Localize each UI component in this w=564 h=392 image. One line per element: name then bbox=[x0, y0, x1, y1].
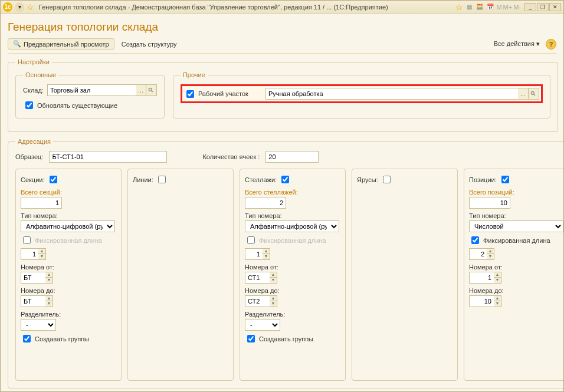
sections-type-label: Тип номера: bbox=[21, 212, 116, 219]
sections-type-select[interactable]: Алфавитно-цифровой (рус.) bbox=[21, 220, 115, 232]
sections-sep-select[interactable]: - bbox=[21, 319, 56, 331]
spin-up-icon[interactable]: ▲ bbox=[45, 272, 53, 278]
help-icon[interactable]: ? bbox=[546, 39, 556, 50]
spin-down-icon[interactable]: ▼ bbox=[263, 254, 270, 259]
m-button[interactable]: M bbox=[496, 4, 501, 11]
page-title: Генерация топологии склада bbox=[8, 21, 556, 34]
sklad-search-button[interactable] bbox=[146, 84, 157, 96]
racks-to-spinner[interactable]: ▲▼ bbox=[245, 295, 277, 307]
svg-line-3 bbox=[534, 94, 536, 96]
sections-to-spinner[interactable]: ▲▼ bbox=[21, 295, 53, 307]
racks-to-value[interactable] bbox=[245, 295, 270, 307]
update-existing-input[interactable] bbox=[25, 101, 33, 109]
close-button[interactable]: ✕ bbox=[549, 3, 561, 11]
sections-fixed-input[interactable] bbox=[23, 236, 31, 244]
spin-down-icon[interactable]: ▼ bbox=[494, 278, 501, 283]
nav-dropdown-icon[interactable]: ▾ bbox=[15, 2, 24, 12]
sections-from-spinner[interactable]: ▲▼ bbox=[21, 272, 53, 284]
positions-fixed-input[interactable] bbox=[471, 236, 479, 244]
racks-from-spinner[interactable]: ▲▼ bbox=[245, 272, 277, 284]
spin-up-icon[interactable]: ▲ bbox=[263, 249, 270, 254]
lines-title: Линии: bbox=[133, 176, 153, 183]
positions-total-label: Всего позиций: bbox=[469, 189, 563, 196]
positions-checkbox[interactable] bbox=[501, 176, 509, 183]
all-actions-button[interactable]: Все действия ▾ bbox=[490, 39, 543, 49]
app-window: 1c ▾ ☆ Генерация топологии склада - Демо… bbox=[0, 0, 564, 392]
racks-fixed-spinner[interactable]: ▲▼ bbox=[245, 248, 270, 260]
work-area-search-button[interactable] bbox=[529, 88, 539, 100]
m-plus-button[interactable]: M+ bbox=[503, 4, 513, 11]
positions-from-value[interactable] bbox=[469, 272, 494, 284]
create-structure-button[interactable]: Создать структуру bbox=[118, 39, 181, 49]
work-area-checkbox[interactable] bbox=[186, 90, 194, 98]
positions-to-value[interactable] bbox=[469, 295, 494, 307]
sections-groups-checkbox[interactable]: Создавать группы bbox=[21, 333, 89, 344]
positions-fixed-spinner[interactable]: ▲▼ bbox=[469, 248, 494, 260]
positions-fixed-checkbox[interactable]: Фиксированная длина bbox=[469, 235, 550, 246]
racks-checkbox[interactable] bbox=[281, 176, 289, 183]
spin-down-icon[interactable]: ▼ bbox=[38, 254, 45, 259]
sklad-select-button[interactable]: … bbox=[136, 84, 146, 96]
racks-fixed-value[interactable] bbox=[245, 248, 263, 260]
sample-input[interactable] bbox=[49, 151, 167, 163]
update-existing-checkbox[interactable]: Обновлять существующие bbox=[23, 100, 117, 111]
positions-from-spinner[interactable]: ▲▼ bbox=[469, 272, 501, 284]
racks-type-select[interactable]: Алфавитно-цифровой (рус.) bbox=[245, 220, 339, 232]
spin-up-icon[interactable]: ▲ bbox=[45, 296, 53, 301]
lines-checkbox[interactable] bbox=[158, 176, 166, 183]
spin-down-icon[interactable]: ▼ bbox=[494, 301, 501, 307]
titlebar: 1c ▾ ☆ Генерация топологии склада - Демо… bbox=[1, 1, 563, 14]
spin-down-icon[interactable]: ▼ bbox=[487, 254, 494, 259]
sections-checkbox[interactable] bbox=[50, 176, 57, 183]
preview-button[interactable]: 🔍 Предварительный просмотр bbox=[8, 38, 114, 50]
spin-up-icon[interactable]: ▲ bbox=[487, 249, 494, 254]
sklad-label: Склад: bbox=[23, 87, 44, 94]
sections-fixed-spinner[interactable]: ▲▼ bbox=[21, 248, 46, 260]
spin-down-icon[interactable]: ▼ bbox=[45, 278, 53, 283]
work-area-input[interactable] bbox=[265, 88, 518, 100]
spin-up-icon[interactable]: ▲ bbox=[38, 249, 45, 254]
calendar-icon[interactable]: 📅 bbox=[486, 2, 495, 12]
spin-up-icon[interactable]: ▲ bbox=[494, 272, 501, 278]
work-area-select-button[interactable]: … bbox=[518, 88, 529, 100]
favorite-icon[interactable]: ☆ bbox=[27, 2, 34, 12]
spin-up-icon[interactable]: ▲ bbox=[270, 296, 277, 301]
sections-fixed-checkbox[interactable]: Фиксированная длина bbox=[21, 235, 102, 246]
sections-to-value[interactable] bbox=[21, 295, 45, 307]
sections-total-input[interactable] bbox=[21, 197, 62, 209]
star-icon[interactable]: ☆ bbox=[455, 2, 463, 12]
racks-groups-input[interactable] bbox=[247, 335, 255, 342]
racks-fixed-input[interactable] bbox=[247, 236, 255, 244]
restore-button[interactable]: ❐ bbox=[537, 3, 549, 11]
sections-groups-input[interactable] bbox=[23, 335, 31, 342]
racks-groups-checkbox[interactable]: Создавать группы bbox=[245, 333, 313, 344]
sklad-input-group: … bbox=[47, 84, 157, 96]
racks-sep-label: Разделитель: bbox=[245, 311, 340, 318]
racks-total-input[interactable] bbox=[245, 197, 286, 209]
sections-groups-label: Создавать группы bbox=[35, 335, 89, 342]
cells-input[interactable] bbox=[265, 151, 319, 163]
calc-icon[interactable]: 🧮 bbox=[475, 2, 484, 12]
positions-from-label: Номера от: bbox=[469, 263, 563, 271]
spin-up-icon[interactable]: ▲ bbox=[494, 296, 501, 301]
spin-down-icon[interactable]: ▼ bbox=[270, 301, 277, 307]
grid-icon[interactable]: ▦ bbox=[464, 2, 474, 12]
racks-sep-select[interactable]: - bbox=[245, 319, 280, 331]
sections-from-value[interactable] bbox=[21, 272, 45, 284]
tiers-checkbox[interactable] bbox=[383, 176, 391, 183]
positions-fixed-value[interactable] bbox=[469, 248, 487, 260]
spin-down-icon[interactable]: ▼ bbox=[45, 301, 53, 307]
positions-type-select[interactable]: Числовой bbox=[469, 220, 563, 232]
sklad-input[interactable] bbox=[47, 84, 136, 96]
positions-total-input[interactable] bbox=[469, 197, 510, 209]
minimize-button[interactable]: _ bbox=[524, 3, 536, 11]
racks-from-value[interactable] bbox=[245, 272, 270, 284]
other-legend: Прочие bbox=[181, 71, 208, 78]
sections-fixed-value[interactable] bbox=[21, 248, 38, 260]
spin-up-icon[interactable]: ▲ bbox=[270, 272, 277, 278]
spin-down-icon[interactable]: ▼ bbox=[270, 278, 277, 283]
positions-to-spinner[interactable]: ▲▼ bbox=[469, 295, 501, 307]
racks-fixed-checkbox[interactable]: Фиксированная длина bbox=[245, 235, 326, 246]
sections-to-label: Номера до: bbox=[21, 287, 116, 294]
m-minus-button[interactable]: M- bbox=[513, 4, 521, 11]
